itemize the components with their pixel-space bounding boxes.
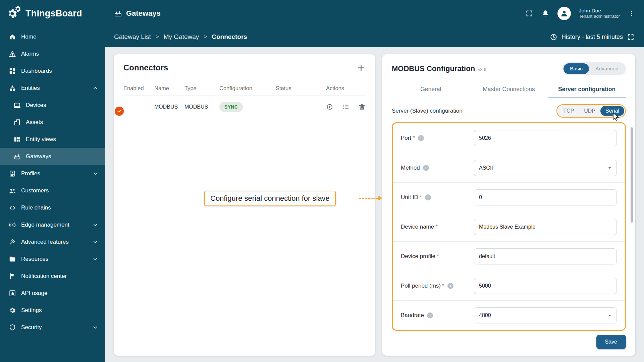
sidebar-item-gateways[interactable]: Gateways xyxy=(0,148,105,165)
sidebar-item-security[interactable]: Security xyxy=(0,319,105,336)
info-icon[interactable]: i xyxy=(418,135,424,141)
advanced-features-icon xyxy=(9,238,16,246)
poll-period-input[interactable] xyxy=(474,278,617,294)
port-input[interactable] xyxy=(474,130,617,146)
sidebar-item-assets[interactable]: Assets xyxy=(0,114,105,131)
field-label: Device name xyxy=(401,224,434,230)
kebab-menu-icon[interactable] xyxy=(628,10,635,17)
sidebar-item-api-usage[interactable]: API usage xyxy=(0,285,105,302)
connectors-title: Connectors xyxy=(123,63,168,72)
sidebar-item-entities[interactable]: Entities xyxy=(0,79,105,97)
chevron-down-icon xyxy=(92,239,99,245)
column-configuration: Configuration xyxy=(219,85,276,92)
sidebar-item-label: API usage xyxy=(21,290,47,297)
tab-server-configuration[interactable]: Server configuration xyxy=(548,82,626,98)
basic-mode-button[interactable]: Basic xyxy=(564,63,589,74)
app-name: ThingsBoard xyxy=(25,8,82,19)
callout-dashed-connector xyxy=(359,198,378,199)
resources-folder-icon xyxy=(9,255,16,263)
sidebar-item-settings[interactable]: Settings xyxy=(0,302,105,319)
sidebar-item-home[interactable]: Home xyxy=(0,28,105,45)
home-icon xyxy=(9,33,16,41)
sidebar-item-label: Resources xyxy=(21,256,48,262)
column-type: Type xyxy=(184,85,219,92)
tab-general[interactable]: General xyxy=(392,82,470,98)
form-field-unit-id: Unit ID * i xyxy=(393,182,625,212)
info-icon[interactable]: i xyxy=(447,283,453,289)
breadcrumb-separator: > xyxy=(204,34,207,40)
info-icon[interactable]: i xyxy=(423,165,429,171)
callout-arrowhead xyxy=(378,196,382,200)
expand-fullscreen-icon[interactable] xyxy=(627,33,635,41)
user-avatar[interactable] xyxy=(557,7,571,20)
unit-id-input[interactable] xyxy=(474,189,617,205)
info-icon[interactable]: i xyxy=(427,312,433,318)
history-range-label[interactable]: History - last 5 minutes xyxy=(561,34,623,41)
app-root: ThingsBoard Gateways John Doe Tenant adm… xyxy=(0,0,644,362)
rpc-icon[interactable] xyxy=(326,103,333,111)
form-field-baudrate: Baudrate i xyxy=(393,300,625,330)
toggle-check-icon xyxy=(115,107,124,116)
save-button[interactable]: Save xyxy=(596,335,626,349)
assets-icon xyxy=(13,119,21,126)
page-head: Gateways xyxy=(114,9,161,18)
sidebar-item-label: Advanced features xyxy=(21,239,69,245)
sidebar-item-label: Settings xyxy=(21,307,42,314)
main-content: Connectors Enabled Name ↑ Type Configura… xyxy=(105,47,644,362)
form-field-device-profile: Device profile * xyxy=(393,241,625,271)
column-actions: Actions xyxy=(326,85,366,92)
sidebar-item-devices[interactable]: Devices xyxy=(0,97,105,114)
sidebar-item-resources[interactable]: Resources xyxy=(0,250,105,267)
udp-button[interactable]: UDP xyxy=(579,106,600,116)
method-select[interactable] xyxy=(474,160,617,176)
column-name[interactable]: Name ↑ xyxy=(154,85,184,92)
advanced-mode-button[interactable]: Advanced xyxy=(589,63,625,74)
sidebar-item-entity-views[interactable]: Entity views xyxy=(0,131,105,148)
sidebar-item-customers[interactable]: Customers xyxy=(0,182,105,199)
tab-master-connections[interactable]: Master Connections xyxy=(470,82,548,98)
devices-icon xyxy=(13,102,21,109)
sidebar-item-edge-management[interactable]: Edge management xyxy=(0,216,105,233)
sidebar: Home Alarms Dashboards Entities Devices … xyxy=(0,27,105,362)
sidebar-item-rule-chains[interactable]: Rule chains xyxy=(0,199,105,216)
breadcrumb-my-gateway[interactable]: My Gateway xyxy=(164,33,199,41)
annotation-callout: Configure serial connection for slave xyxy=(204,191,336,206)
logs-list-icon[interactable] xyxy=(342,103,350,111)
info-icon[interactable]: i xyxy=(425,194,431,200)
sidebar-item-alarms[interactable]: Alarms xyxy=(0,45,105,62)
sidebar-item-advanced-features[interactable]: Advanced features xyxy=(0,233,105,250)
sidebar-item-profiles[interactable]: Profiles xyxy=(0,165,105,182)
entities-icon xyxy=(9,84,16,92)
user-info: John Doe Tenant administrator xyxy=(579,7,620,19)
delete-trash-icon[interactable] xyxy=(358,103,366,111)
chevron-down-icon xyxy=(92,222,99,228)
sort-asc-icon: ↑ xyxy=(171,85,173,91)
baudrate-select[interactable] xyxy=(474,307,617,323)
form-scrollbar[interactable] xyxy=(631,127,633,223)
field-label: Port xyxy=(401,135,411,141)
notifications-bell-icon[interactable] xyxy=(541,9,549,17)
fullscreen-icon[interactable] xyxy=(525,9,533,17)
sidebar-item-label: Notification center xyxy=(21,273,67,280)
tcp-button[interactable]: TCP xyxy=(558,106,579,116)
rule-chains-icon xyxy=(9,204,16,212)
form-field-device-name: Device name * xyxy=(393,212,625,241)
notification-flag-icon xyxy=(9,273,16,280)
sidebar-item-label: Customers xyxy=(21,187,49,194)
add-connector-button[interactable] xyxy=(357,63,366,72)
device-name-input[interactable] xyxy=(474,219,617,235)
connector-name: MODBUS xyxy=(154,104,184,110)
sidebar-item-label: Dashboards xyxy=(21,68,52,74)
entity-views-icon xyxy=(13,136,21,143)
sidebar-item-notification-center[interactable]: Notification center xyxy=(0,267,105,285)
gateways-icon xyxy=(13,153,21,160)
page-title: Gateways xyxy=(126,9,161,18)
history-clock-icon[interactable] xyxy=(550,33,557,41)
sidebar-item-label: Edge management xyxy=(21,222,69,228)
device-profile-input[interactable] xyxy=(474,248,617,264)
breadcrumb-connectors[interactable]: Connectors xyxy=(212,33,247,41)
breadcrumb-gateway-list[interactable]: Gateway List xyxy=(114,33,151,41)
history-controls: History - last 5 minutes xyxy=(550,33,635,41)
sidebar-item-dashboards[interactable]: Dashboards xyxy=(0,62,105,79)
chevron-up-icon xyxy=(92,85,99,92)
